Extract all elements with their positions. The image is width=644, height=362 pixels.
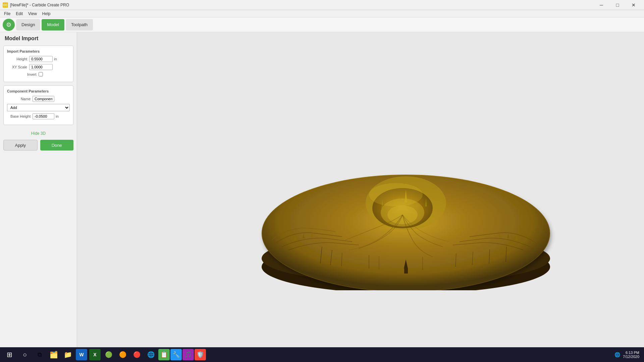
- name-row: Name: [7, 96, 70, 102]
- name-label: Name: [7, 97, 31, 101]
- invert-row: Invert: [7, 72, 70, 76]
- component-params-group: Component Parameters Name Add Base Heigh…: [3, 85, 73, 125]
- menu-view[interactable]: View: [25, 11, 40, 17]
- app-icon: CC: [3, 2, 8, 8]
- taskbar-app4[interactable]: 📋: [158, 349, 170, 360]
- close-button[interactable]: ✕: [626, 0, 641, 10]
- invert-checkbox[interactable]: [39, 72, 43, 76]
- svg-rect-27: [404, 268, 408, 274]
- base-height-unit: in: [56, 114, 59, 118]
- search-button[interactable]: ○: [17, 347, 32, 362]
- taskbar-app5[interactable]: 🎵: [182, 349, 194, 360]
- hide-3d-link[interactable]: Hide 3D: [3, 131, 73, 136]
- settings-button[interactable]: ⚙: [3, 19, 15, 31]
- task-view-button[interactable]: ⧉: [33, 347, 46, 362]
- task-view-icon: ⧉: [38, 351, 42, 358]
- import-params-title: Import Parameters: [7, 49, 70, 53]
- main-area: Model Import Import Parameters Height in…: [0, 32, 644, 347]
- xy-scale-label: XY Scale: [7, 65, 27, 69]
- taskbar-word[interactable]: W: [76, 349, 87, 360]
- search-icon: ○: [23, 351, 27, 359]
- title-bar: CC [NewFile]* - Carbide Create PRO ─ □ ✕: [0, 0, 644, 10]
- start-icon: ⊞: [7, 351, 12, 359]
- taskbar: ⊞ ○ ⧉ 🗂️ 📁 W X 🟢 🟠 🔴 🌐 📋 🔧 🎵 🛡️ 🌐 6:13 P…: [0, 347, 644, 362]
- add-dropdown[interactable]: Add: [7, 104, 70, 111]
- menu-edit[interactable]: Edit: [13, 11, 25, 17]
- height-row: Height in: [7, 56, 70, 62]
- taskbar-chrome[interactable]: 🌐: [144, 347, 158, 362]
- network-icon: 🌐: [614, 352, 620, 357]
- xy-scale-row: XY Scale: [7, 64, 70, 70]
- taskbar-app2[interactable]: 🟠: [116, 347, 129, 362]
- left-panel: Model Import Import Parameters Height in…: [0, 32, 77, 347]
- window-title: [NewFile]* - Carbide Create PRO: [10, 3, 69, 7]
- taskbar-excel[interactable]: X: [89, 349, 101, 360]
- design-button[interactable]: Design: [16, 19, 40, 31]
- base-height-row: Base Height in: [7, 113, 70, 119]
- height-label: Height: [7, 57, 27, 61]
- svg-point-28: [369, 183, 423, 206]
- xy-scale-input[interactable]: [29, 64, 53, 70]
- model-button[interactable]: Model: [42, 19, 64, 31]
- buttons-row: Apply Done: [3, 140, 73, 150]
- title-bar-left: CC [NewFile]* - Carbide Create PRO: [3, 2, 69, 8]
- height-input[interactable]: [29, 56, 53, 62]
- taskbar-right: 🌐 6:13 PM 7/12/2020: [614, 351, 642, 359]
- import-params-group: Import Parameters Height in XY Scale Inv…: [3, 46, 73, 82]
- panel-title: Model Import: [3, 36, 73, 42]
- maximize-button[interactable]: □: [610, 0, 625, 10]
- start-button[interactable]: ⊞: [2, 347, 17, 362]
- taskbar-app3[interactable]: 🔴: [130, 347, 144, 362]
- menu-bar: File Edit View Help: [0, 10, 644, 17]
- taskbar-carbide[interactable]: 🔧: [170, 349, 182, 360]
- height-unit: in: [54, 57, 57, 61]
- name-input[interactable]: [33, 96, 54, 102]
- viewport: [77, 32, 644, 347]
- settings-icon: ⚙: [6, 21, 11, 28]
- menu-file[interactable]: File: [1, 11, 13, 17]
- minimize-button[interactable]: ─: [594, 0, 609, 10]
- component-params-title: Component Parameters: [7, 89, 70, 93]
- base-height-label: Base Height: [7, 114, 31, 118]
- done-button[interactable]: Done: [40, 140, 74, 150]
- terrain-model: [255, 129, 523, 263]
- taskbar-app1[interactable]: 🟢: [102, 347, 115, 362]
- base-height-input[interactable]: [33, 113, 54, 119]
- title-bar-controls: ─ □ ✕: [594, 0, 641, 10]
- toolbar: ⚙ Design Model Toolpath: [0, 17, 644, 32]
- toolpath-button[interactable]: Toolpath: [66, 19, 93, 31]
- taskbar-app6[interactable]: 🛡️: [195, 349, 206, 360]
- taskbar-clock[interactable]: 6:13 PM 7/12/2020: [623, 351, 639, 359]
- taskbar-file-explorer[interactable]: 🗂️: [47, 347, 60, 362]
- apply-button[interactable]: Apply: [3, 140, 38, 150]
- taskbar-folder[interactable]: 📁: [61, 347, 74, 362]
- invert-label: Invert: [27, 72, 37, 76]
- menu-help[interactable]: Help: [40, 11, 53, 17]
